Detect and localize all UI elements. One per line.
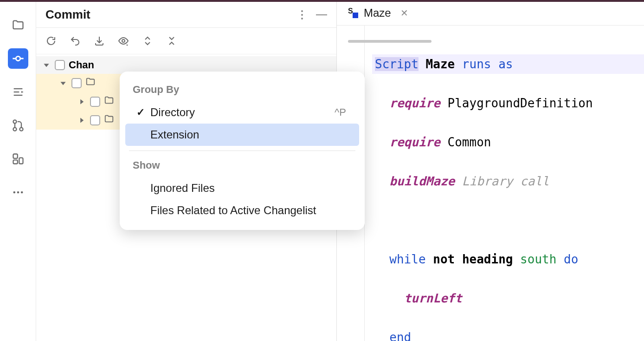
folder-checkbox[interactable]: [71, 78, 82, 88]
minimize-icon[interactable]: [316, 14, 327, 15]
folder-checkbox[interactable]: [90, 115, 100, 125]
svg-rect-10: [13, 154, 17, 158]
group-by-extension-item[interactable]: Extension: [125, 124, 359, 146]
svg-marker-17: [44, 64, 49, 67]
changelist-checkbox[interactable]: [55, 60, 65, 70]
project-icon[interactable]: [8, 15, 28, 35]
folder-icon: [104, 95, 114, 108]
chevron-down-icon[interactable]: [58, 79, 68, 88]
svg-point-13: [13, 191, 15, 194]
code-area: Script Maze runs as require PlaygroundDe…: [337, 26, 644, 341]
pull-requests-icon[interactable]: [8, 115, 28, 136]
rollback-icon[interactable]: [69, 34, 82, 47]
shelve-icon[interactable]: [93, 34, 106, 47]
svg-point-16: [122, 39, 125, 42]
keyboard-shortcut: ^P: [335, 106, 346, 118]
group-by-directory-item[interactable]: ✓ Directory ^P: [125, 101, 359, 124]
divider: [129, 151, 355, 151]
refresh-icon[interactable]: [45, 34, 58, 47]
checkmark-icon: ✓: [136, 106, 150, 118]
view-options-popup: Group By ✓ Directory ^P Extension Show I…: [120, 72, 365, 230]
svg-point-6: [13, 120, 16, 123]
tab-label: Maze: [364, 7, 391, 20]
svg-marker-19: [80, 99, 84, 104]
editor-panel: S Maze ✕ Script Maze runs as require Pla…: [337, 2, 644, 341]
chevron-down-icon[interactable]: [42, 60, 51, 70]
svg-point-0: [16, 56, 20, 60]
commit-icon[interactable]: [8, 48, 28, 69]
svg-marker-20: [80, 118, 84, 123]
svg-rect-12: [19, 158, 23, 164]
editor-tab[interactable]: S Maze ✕: [348, 7, 408, 25]
services-icon[interactable]: [8, 149, 28, 169]
editor-tab-bar: S Maze ✕: [337, 2, 644, 26]
expand-all-icon[interactable]: [141, 34, 154, 47]
panel-title: Commit: [45, 7, 90, 22]
svg-point-15: [20, 191, 23, 194]
collapse-all-icon[interactable]: [165, 34, 178, 47]
svg-marker-18: [60, 82, 65, 85]
panel-options-icon[interactable]: [301, 10, 303, 20]
svg-point-14: [17, 191, 19, 194]
chevron-right-icon[interactable]: [77, 97, 86, 106]
popup-section-header: Group By: [120, 80, 365, 101]
close-icon[interactable]: ✕: [400, 7, 408, 19]
code-editor[interactable]: Script Maze runs as require PlaygroundDe…: [365, 26, 644, 341]
structure-icon[interactable]: [8, 82, 28, 102]
folder-checkbox[interactable]: [90, 97, 100, 107]
changelist-label: Chan: [69, 59, 94, 71]
show-ignored-files-item[interactable]: Ignored Files: [125, 177, 359, 199]
svg-point-7: [13, 128, 16, 131]
script-file-icon: S: [348, 8, 358, 18]
commit-toolbar: [36, 28, 336, 54]
chevron-right-icon[interactable]: [77, 116, 86, 125]
tab-indicator: [348, 40, 431, 43]
folder-icon: [85, 77, 96, 90]
view-options-icon[interactable]: [117, 34, 130, 47]
show-related-files-item[interactable]: Files Related to Active Changelist: [125, 199, 359, 222]
nav-sidebar: [0, 2, 36, 341]
popup-section-header: Show: [120, 156, 365, 177]
folder-icon: [104, 114, 114, 127]
more-icon[interactable]: [8, 182, 28, 203]
svg-point-8: [19, 128, 23, 131]
panel-header: Commit: [36, 2, 336, 28]
svg-rect-11: [13, 160, 17, 164]
